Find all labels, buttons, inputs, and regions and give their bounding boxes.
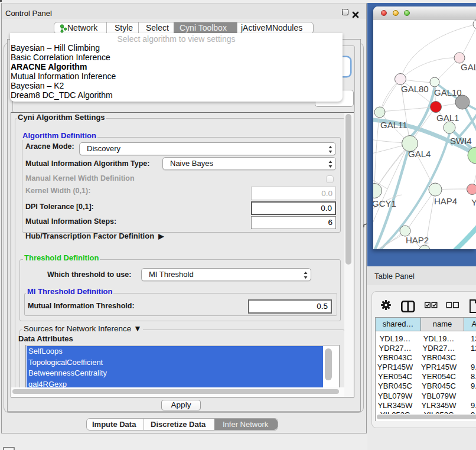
svg-text:GAL10: GAL10 bbox=[434, 87, 462, 97]
svg-text:GAL7: GAL7 bbox=[461, 62, 476, 72]
svg-text:GAL80: GAL80 bbox=[401, 84, 429, 94]
svg-text:Y: Y bbox=[471, 197, 476, 207]
svg-text:HAP4: HAP4 bbox=[434, 196, 457, 206]
svg-text:SWI4: SWI4 bbox=[450, 136, 472, 146]
svg-text:GCY1: GCY1 bbox=[373, 198, 396, 208]
svg-text:GAL1: GAL1 bbox=[436, 113, 459, 123]
svg-text:HAP2: HAP2 bbox=[406, 235, 429, 245]
svg-text:GAL4: GAL4 bbox=[408, 149, 431, 159]
svg-text:GAL11: GAL11 bbox=[380, 120, 407, 130]
